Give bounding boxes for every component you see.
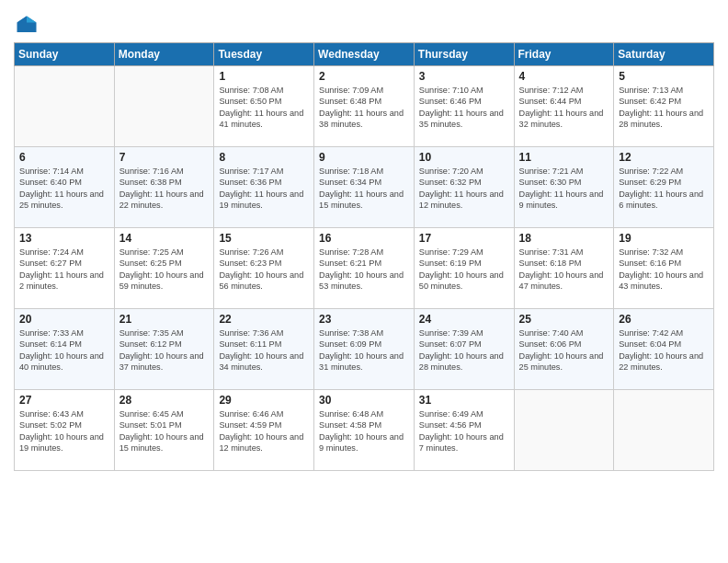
day-info: Sunrise: 7:08 AMSunset: 6:50 PMDaylight:…: [219, 85, 309, 131]
day-info: Sunrise: 7:31 AMSunset: 6:18 PMDaylight:…: [519, 247, 609, 293]
day-cell: 14Sunrise: 7:25 AMSunset: 6:25 PMDayligh…: [114, 228, 214, 309]
day-info: Sunrise: 7:09 AMSunset: 6:48 PMDaylight:…: [319, 85, 409, 131]
day-number: 27: [19, 394, 109, 407]
week-row-3: 13Sunrise: 7:24 AMSunset: 6:27 PMDayligh…: [15, 228, 714, 309]
day-cell: [114, 66, 214, 147]
day-number: 14: [119, 232, 210, 245]
weekday-thursday: Thursday: [414, 43, 514, 66]
day-number: 26: [619, 313, 709, 326]
day-cell: 1Sunrise: 7:08 AMSunset: 6:50 PMDaylight…: [214, 66, 314, 147]
day-number: 18: [519, 232, 609, 245]
day-number: 2: [319, 70, 409, 83]
day-info: Sunrise: 7:36 AMSunset: 6:11 PMDaylight:…: [219, 327, 309, 373]
day-number: 4: [519, 70, 609, 83]
day-cell: 25Sunrise: 7:40 AMSunset: 6:06 PMDayligh…: [514, 309, 614, 390]
day-number: 28: [119, 394, 210, 407]
day-info: Sunrise: 7:22 AMSunset: 6:29 PMDaylight:…: [619, 166, 709, 212]
day-cell: 15Sunrise: 7:26 AMSunset: 6:23 PMDayligh…: [214, 228, 314, 309]
weekday-sunday: Sunday: [15, 43, 115, 66]
weekday-header-row: SundayMondayTuesdayWednesdayThursdayFrid…: [15, 43, 714, 66]
week-row-2: 6Sunrise: 7:14 AMSunset: 6:40 PMDaylight…: [15, 147, 714, 228]
day-cell: 30Sunrise: 6:48 AMSunset: 4:58 PMDayligh…: [314, 390, 415, 471]
logo: [14, 13, 43, 39]
header: [14, 9, 714, 39]
day-cell: 4Sunrise: 7:12 AMSunset: 6:44 PMDaylight…: [514, 66, 614, 147]
day-cell: 17Sunrise: 7:29 AMSunset: 6:19 PMDayligh…: [414, 228, 514, 309]
day-info: Sunrise: 7:28 AMSunset: 6:21 PMDaylight:…: [319, 247, 409, 293]
day-cell: 22Sunrise: 7:36 AMSunset: 6:11 PMDayligh…: [214, 309, 314, 390]
day-info: Sunrise: 7:25 AMSunset: 6:25 PMDaylight:…: [119, 247, 210, 293]
day-number: 15: [219, 232, 309, 245]
day-info: Sunrise: 7:29 AMSunset: 6:19 PMDaylight:…: [419, 247, 509, 293]
day-number: 8: [219, 151, 309, 164]
day-info: Sunrise: 6:43 AMSunset: 5:02 PMDaylight:…: [19, 408, 109, 454]
day-cell: 28Sunrise: 6:45 AMSunset: 5:01 PMDayligh…: [114, 390, 214, 471]
page: SundayMondayTuesdayWednesdayThursdayFrid…: [0, 0, 728, 563]
day-number: 23: [319, 313, 409, 326]
day-cell: 9Sunrise: 7:18 AMSunset: 6:34 PMDaylight…: [314, 147, 415, 228]
day-cell: 26Sunrise: 7:42 AMSunset: 6:04 PMDayligh…: [614, 309, 714, 390]
day-cell: 27Sunrise: 6:43 AMSunset: 5:02 PMDayligh…: [15, 390, 115, 471]
day-cell: 11Sunrise: 7:21 AMSunset: 6:30 PMDayligh…: [514, 147, 614, 228]
day-number: 25: [519, 313, 609, 326]
logo-icon: [14, 13, 40, 39]
day-number: 3: [419, 70, 509, 83]
day-info: Sunrise: 7:33 AMSunset: 6:14 PMDaylight:…: [19, 327, 109, 373]
day-number: 10: [419, 151, 509, 164]
day-number: 5: [619, 70, 709, 83]
day-cell: [514, 390, 614, 471]
day-cell: 21Sunrise: 7:35 AMSunset: 6:12 PMDayligh…: [114, 309, 214, 390]
day-number: 31: [419, 394, 509, 407]
day-info: Sunrise: 7:20 AMSunset: 6:32 PMDaylight:…: [419, 166, 509, 212]
day-number: 7: [119, 151, 210, 164]
day-cell: 10Sunrise: 7:20 AMSunset: 6:32 PMDayligh…: [414, 147, 514, 228]
day-cell: 13Sunrise: 7:24 AMSunset: 6:27 PMDayligh…: [15, 228, 115, 309]
day-info: Sunrise: 6:49 AMSunset: 4:56 PMDaylight:…: [419, 408, 509, 454]
day-number: 16: [319, 232, 409, 245]
day-cell: 29Sunrise: 6:46 AMSunset: 4:59 PMDayligh…: [214, 390, 314, 471]
day-cell: 23Sunrise: 7:38 AMSunset: 6:09 PMDayligh…: [314, 309, 415, 390]
day-info: Sunrise: 7:38 AMSunset: 6:09 PMDaylight:…: [319, 327, 409, 373]
weekday-tuesday: Tuesday: [214, 43, 314, 66]
day-info: Sunrise: 7:39 AMSunset: 6:07 PMDaylight:…: [419, 327, 509, 373]
day-cell: 6Sunrise: 7:14 AMSunset: 6:40 PMDaylight…: [15, 147, 115, 228]
day-number: 1: [219, 70, 309, 83]
day-info: Sunrise: 7:42 AMSunset: 6:04 PMDaylight:…: [619, 327, 709, 373]
day-cell: [614, 390, 714, 471]
day-cell: 12Sunrise: 7:22 AMSunset: 6:29 PMDayligh…: [614, 147, 714, 228]
day-info: Sunrise: 7:35 AMSunset: 6:12 PMDaylight:…: [119, 327, 210, 373]
day-info: Sunrise: 7:12 AMSunset: 6:44 PMDaylight:…: [519, 85, 609, 131]
weekday-saturday: Saturday: [614, 43, 714, 66]
day-number: 20: [19, 313, 109, 326]
day-info: Sunrise: 7:26 AMSunset: 6:23 PMDaylight:…: [219, 247, 309, 293]
day-cell: 5Sunrise: 7:13 AMSunset: 6:42 PMDaylight…: [614, 66, 714, 147]
svg-marker-1: [27, 17, 37, 23]
day-info: Sunrise: 7:40 AMSunset: 6:06 PMDaylight:…: [519, 327, 609, 373]
day-cell: 20Sunrise: 7:33 AMSunset: 6:14 PMDayligh…: [15, 309, 115, 390]
day-number: 22: [219, 313, 309, 326]
day-info: Sunrise: 7:32 AMSunset: 6:16 PMDaylight:…: [619, 247, 709, 293]
day-number: 17: [419, 232, 509, 245]
weekday-monday: Monday: [114, 43, 214, 66]
day-number: 21: [119, 313, 210, 326]
day-cell: 24Sunrise: 7:39 AMSunset: 6:07 PMDayligh…: [414, 309, 514, 390]
day-cell: 18Sunrise: 7:31 AMSunset: 6:18 PMDayligh…: [514, 228, 614, 309]
week-row-1: 1Sunrise: 7:08 AMSunset: 6:50 PMDaylight…: [15, 66, 714, 147]
calendar-table: SundayMondayTuesdayWednesdayThursdayFrid…: [14, 42, 714, 471]
day-number: 9: [319, 151, 409, 164]
day-cell: 31Sunrise: 6:49 AMSunset: 4:56 PMDayligh…: [414, 390, 514, 471]
day-number: 24: [419, 313, 509, 326]
day-info: Sunrise: 7:17 AMSunset: 6:36 PMDaylight:…: [219, 166, 309, 212]
day-number: 29: [219, 394, 309, 407]
day-cell: 8Sunrise: 7:17 AMSunset: 6:36 PMDaylight…: [214, 147, 314, 228]
day-info: Sunrise: 6:48 AMSunset: 4:58 PMDaylight:…: [319, 408, 409, 454]
week-row-4: 20Sunrise: 7:33 AMSunset: 6:14 PMDayligh…: [15, 309, 714, 390]
svg-marker-2: [17, 17, 28, 23]
day-number: 13: [19, 232, 109, 245]
day-cell: 2Sunrise: 7:09 AMSunset: 6:48 PMDaylight…: [314, 66, 415, 147]
week-row-5: 27Sunrise: 6:43 AMSunset: 5:02 PMDayligh…: [15, 390, 714, 471]
day-info: Sunrise: 7:18 AMSunset: 6:34 PMDaylight:…: [319, 166, 409, 212]
day-number: 19: [619, 232, 709, 245]
day-info: Sunrise: 7:24 AMSunset: 6:27 PMDaylight:…: [19, 247, 109, 293]
day-info: Sunrise: 6:46 AMSunset: 4:59 PMDaylight:…: [219, 408, 309, 454]
